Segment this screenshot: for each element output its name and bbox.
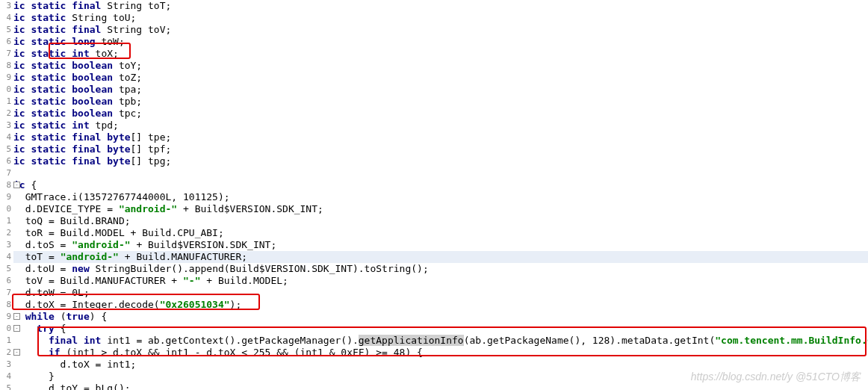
- code-line[interactable]: ic static boolean tpa;: [13, 84, 868, 96]
- code-line[interactable]: if (int1 > d.toX && int1 - d.toX < 255 &…: [13, 347, 868, 359]
- code-line[interactable]: toT = "android-" + Build.MANUFACTURER;: [13, 251, 868, 263]
- line-number: 1: [0, 96, 11, 108]
- fold-toggle[interactable]: -: [13, 349, 20, 356]
- line-number: 3: [0, 359, 11, 371]
- line-number: 0: [0, 84, 11, 96]
- code-line[interactable]: [13, 167, 868, 179]
- code-area[interactable]: ic static final String toT;ic static Str…: [13, 0, 868, 390]
- line-number: 7: [0, 167, 11, 179]
- line-number: 9-: [0, 311, 11, 323]
- line-number: 8: [0, 60, 11, 72]
- fold-toggle[interactable]: -: [13, 182, 20, 188]
- line-number: 9: [0, 72, 11, 84]
- code-line[interactable]: ic static final byte[] tpe;: [13, 131, 868, 143]
- line-number: 2: [0, 227, 11, 239]
- line-number: 2: [0, 108, 11, 120]
- line-number: 4: [0, 371, 11, 383]
- code-line[interactable]: d.toX = int1;: [13, 359, 868, 371]
- line-number: 6: [0, 275, 11, 287]
- code-line[interactable]: d.DEVICE_TYPE = "android-" + Build$VERSI…: [13, 203, 868, 215]
- code-line[interactable]: ic static final byte[] tpg;: [13, 155, 868, 167]
- line-number: 3: [0, 120, 11, 131]
- line-number: 4: [0, 131, 11, 143]
- line-number: 3: [0, 0, 11, 12]
- line-number: 0-: [0, 323, 11, 335]
- code-line[interactable]: ic static String toU;: [13, 12, 868, 24]
- line-number: 6: [0, 36, 11, 48]
- line-number: 0: [0, 203, 11, 215]
- code-line[interactable]: ic static boolean toY;: [13, 60, 868, 72]
- line-number: 8: [0, 299, 11, 311]
- fold-toggle[interactable]: -: [13, 325, 20, 332]
- code-line[interactable]: while (true) {: [13, 311, 868, 323]
- line-number: 3: [0, 239, 11, 251]
- line-number: 4: [0, 251, 11, 263]
- code-line[interactable]: ic static boolean tpb;: [13, 96, 868, 108]
- line-number: 7: [0, 48, 11, 60]
- code-line[interactable]: try {: [13, 323, 868, 335]
- line-number: 1: [0, 215, 11, 227]
- code-line[interactable]: ic static boolean toZ;: [13, 72, 868, 84]
- code-line[interactable]: GMTrace.i(13572767744000L, 101125);: [13, 191, 868, 203]
- code-line[interactable]: ic static long toW;: [13, 36, 868, 48]
- line-number: 1: [0, 335, 11, 347]
- line-number: 6: [0, 155, 11, 167]
- line-number: 9: [0, 191, 11, 203]
- line-number: 2-: [0, 347, 11, 359]
- code-editor[interactable]: 3456789012345678-90123456789-0-12-345 ic…: [0, 0, 868, 390]
- code-line[interactable]: ic static final byte[] tpf;: [13, 143, 868, 155]
- code-line[interactable]: ic static int toX;: [13, 48, 868, 60]
- line-number: 8-: [0, 179, 11, 191]
- code-line[interactable]: d.toW = 0L;: [13, 287, 868, 299]
- code-line[interactable]: toV = Build.MANUFACTURER + "-" + Build.M…: [13, 275, 868, 287]
- line-number: 5: [0, 263, 11, 275]
- code-line[interactable]: toR = Build.MODEL + Build.CPU_ABI;: [13, 227, 868, 239]
- code-line[interactable]: d.toX = Integer.decode("0x26051034");: [13, 299, 868, 311]
- code-line[interactable]: ic static final String toT;: [13, 0, 868, 12]
- line-gutter: 3456789012345678-90123456789-0-12-345: [0, 0, 13, 390]
- code-line[interactable]: ic static int tpd;: [13, 120, 868, 131]
- code-line[interactable]: ic static boolean tpc;: [13, 108, 868, 120]
- line-number: 5: [0, 383, 11, 390]
- line-number: 7: [0, 287, 11, 299]
- fold-toggle[interactable]: -: [13, 313, 20, 320]
- line-number: 4: [0, 12, 11, 24]
- code-line[interactable]: ic {: [13, 179, 868, 191]
- code-line[interactable]: final int int1 = ab.getContext().getPack…: [13, 335, 868, 347]
- code-line[interactable]: toQ = Build.BRAND;: [13, 215, 868, 227]
- line-number: 5: [0, 143, 11, 155]
- code-line[interactable]: ic static final String toV;: [13, 24, 868, 36]
- code-line[interactable]: d.toS = "android-" + Build$VERSION.SDK_I…: [13, 239, 868, 251]
- watermark: https://blog.csdn.net/y @51CTO博客: [691, 371, 861, 384]
- line-number: 5: [0, 24, 11, 36]
- code-line[interactable]: d.toU = new StringBuilder().append(Build…: [13, 263, 868, 275]
